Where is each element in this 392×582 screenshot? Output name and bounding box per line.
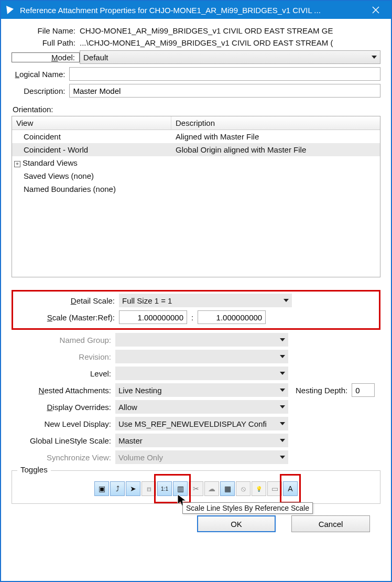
orientation-header: View Description xyxy=(12,116,380,130)
full-path-value: ...\CHJO-MONE1_AR_Mi99_BRIDGES_v1 CIVIL … xyxy=(80,38,380,47)
display-icon[interactable]: ▣ xyxy=(94,481,109,496)
orientation-label: Orientation: xyxy=(13,105,380,114)
scale-sep: : xyxy=(191,313,193,322)
annotation-scale-icon[interactable]: A xyxy=(283,481,298,496)
detail-scale-select[interactable]: Full Size 1 = 1 xyxy=(119,294,292,307)
full-path-label: Full Path: xyxy=(12,38,80,47)
toggles-section: Toggles ▣⤴➤⧈1:1▥✂☁▦⦸💡▭A Scale Line Style… xyxy=(12,470,380,504)
scale-master-input[interactable] xyxy=(119,310,187,324)
revision-select xyxy=(115,350,288,363)
chevron-down-icon xyxy=(280,355,285,358)
chevron-down-icon xyxy=(280,338,285,341)
orientation-row[interactable]: +Standard Views xyxy=(12,156,380,169)
col-view[interactable]: View xyxy=(12,116,171,130)
orientation-row[interactable]: Saved Views (none) xyxy=(12,169,380,182)
orientation-row[interactable]: Named Boundaries (none) xyxy=(12,182,380,196)
chevron-down-icon xyxy=(372,56,377,59)
drawing-boundary-icon[interactable]: ▭ xyxy=(267,481,282,496)
global-linestyle-select[interactable]: Master xyxy=(115,434,288,447)
chevron-down-icon xyxy=(280,389,285,392)
nested-attachments-label: Nested Attachments: xyxy=(12,386,115,395)
level-select[interactable] xyxy=(115,367,288,380)
named-group-select xyxy=(115,333,288,347)
app-icon xyxy=(4,4,16,16)
raster-ref-icon[interactable]: ▦ xyxy=(220,481,235,496)
titlebar: Reference Attachment Properties for CHJO… xyxy=(1,1,391,19)
orientation-row[interactable]: Coincident - World Global Origin aligned… xyxy=(12,143,380,156)
clip-front-icon[interactable]: ✂ xyxy=(189,481,203,496)
chevron-down-icon xyxy=(280,439,285,442)
chevron-down-icon xyxy=(280,372,285,375)
tooltip: Scale Line Styles By Reference Scale xyxy=(182,502,313,514)
detail-scale-label: Detail Scale: xyxy=(15,296,119,305)
synchronize-view-select: Volume Only xyxy=(115,450,288,464)
new-level-display-select[interactable]: Use MS_REF_NEWLEVELDISPLAY Confi xyxy=(115,417,288,430)
chevron-down-icon xyxy=(280,456,285,459)
clip-back-icon[interactable]: ⧈ xyxy=(141,481,156,496)
orientation-row[interactable]: Coincident Aligned with Master File xyxy=(12,130,380,143)
col-description[interactable]: Description xyxy=(171,116,380,130)
ignore-attach-icon[interactable]: ⦸ xyxy=(236,481,251,496)
logical-name-input[interactable] xyxy=(69,67,380,81)
global-linestyle-label: Global LineStyle Scale: xyxy=(12,436,115,445)
model-select[interactable]: Default xyxy=(80,50,380,64)
true-scale-icon[interactable]: 1:1 xyxy=(157,481,172,496)
chevron-down-icon xyxy=(280,422,285,425)
file-name-value: CHJO-MONE1_AR_Mi99_BRIDGES_v1 CIVIL ORD … xyxy=(80,26,380,35)
file-name-label: File Name: xyxy=(12,26,80,35)
model-label: Model: xyxy=(12,52,80,62)
svg-marker-0 xyxy=(6,6,14,14)
window-title: Reference Attachment Properties for CHJO… xyxy=(20,6,364,15)
chevron-down-icon xyxy=(284,299,289,302)
nested-attachments-select[interactable]: Live Nesting xyxy=(115,383,288,397)
snap-icon[interactable]: ⤴ xyxy=(110,481,125,496)
close-button[interactable] xyxy=(364,1,388,19)
display-overrides-select[interactable]: Allow xyxy=(115,400,288,414)
toggles-legend: Toggles xyxy=(17,465,51,474)
line-styles-scale-icon[interactable]: ▥ xyxy=(173,481,188,496)
level-label: Level: xyxy=(12,369,115,378)
chevron-down-icon xyxy=(280,405,285,408)
description-input[interactable] xyxy=(69,84,380,98)
clip-mask-icon[interactable]: ☁ xyxy=(204,481,219,496)
toggle-strip: ▣⤴➤⧈1:1▥✂☁▦⦸💡▭A Scale Line Styles By Ref… xyxy=(17,481,375,496)
logical-name-label: Logical Name: xyxy=(12,70,69,79)
expand-icon[interactable]: + xyxy=(14,161,20,167)
synchronize-view-label: Synchronize View: xyxy=(12,453,115,462)
cancel-button[interactable]: Cancel xyxy=(291,515,370,532)
description-label: Description: xyxy=(12,87,69,95)
revision-label: Revision: xyxy=(12,352,115,361)
named-group-label: Named Group: xyxy=(12,336,115,344)
new-level-display-label: New Level Display: xyxy=(12,419,115,428)
ok-button[interactable]: OK xyxy=(197,515,276,532)
display-overrides-label: Display Overrides: xyxy=(12,403,115,412)
lights-icon[interactable]: 💡 xyxy=(252,481,266,496)
locate-icon[interactable]: ➤ xyxy=(126,481,140,496)
nesting-depth-label: Nesting Depth: xyxy=(296,386,347,395)
nesting-depth-input[interactable] xyxy=(352,383,375,397)
scale-label: Scale (Master:Ref): xyxy=(15,313,119,322)
scale-ref-input[interactable] xyxy=(198,310,266,324)
orientation-panel: View Description Coincident Aligned with… xyxy=(12,116,380,277)
